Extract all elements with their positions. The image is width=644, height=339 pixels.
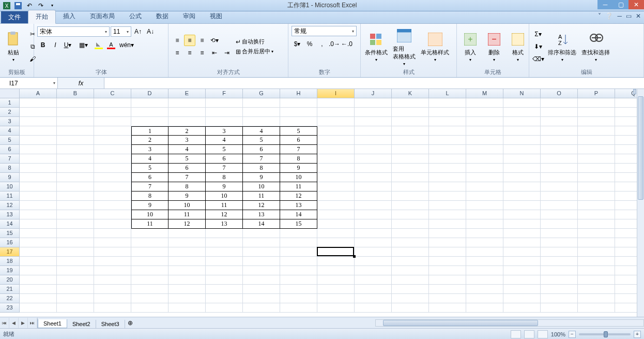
cell[interactable] xyxy=(243,98,280,108)
cell[interactable] xyxy=(317,126,355,136)
cell[interactable] xyxy=(392,164,429,173)
cell[interactable] xyxy=(168,303,206,313)
format-as-table-button[interactable]: 套用 表格格式▾ xyxy=(392,26,417,67)
new-sheet-button[interactable]: ⊕ xyxy=(125,319,135,327)
cell[interactable] xyxy=(578,126,615,136)
doc-restore-icon[interactable]: ▭ xyxy=(626,12,632,20)
cell[interactable] xyxy=(94,154,131,164)
cell[interactable] xyxy=(392,210,429,219)
cell[interactable] xyxy=(392,117,429,126)
cell[interactable] xyxy=(578,108,615,117)
row-header[interactable]: 6 xyxy=(0,145,20,154)
column-header[interactable]: C xyxy=(94,89,131,98)
cell[interactable]: 3 xyxy=(168,136,206,145)
cell[interactable] xyxy=(317,108,355,117)
decrease-indent-button[interactable]: ⇤ xyxy=(209,47,220,58)
decrease-decimal-button[interactable]: ←.0 xyxy=(341,38,352,50)
cell[interactable] xyxy=(392,98,429,108)
cell[interactable] xyxy=(541,154,578,164)
cell[interactable] xyxy=(429,303,466,313)
cell[interactable] xyxy=(168,247,206,257)
cell[interactable] xyxy=(392,126,429,136)
cell[interactable] xyxy=(466,210,503,219)
cell[interactable]: 13 xyxy=(243,210,280,219)
cell[interactable] xyxy=(429,108,466,117)
cell[interactable] xyxy=(131,229,168,238)
cell[interactable]: 6 xyxy=(243,145,280,154)
cell[interactable]: 8 xyxy=(280,154,317,164)
cell[interactable] xyxy=(541,275,578,285)
row-header[interactable]: 20 xyxy=(0,275,20,285)
cell[interactable] xyxy=(131,108,168,117)
cell[interactable] xyxy=(243,238,280,247)
cell[interactable]: 11 xyxy=(131,219,168,229)
cell[interactable] xyxy=(57,219,94,229)
cell[interactable] xyxy=(206,266,243,275)
cell[interactable] xyxy=(541,247,578,257)
name-box[interactable]: I17 ▾ xyxy=(0,78,58,89)
cell[interactable] xyxy=(20,126,57,136)
cell[interactable] xyxy=(541,229,578,238)
normal-view-button[interactable] xyxy=(511,330,521,338)
cell[interactable] xyxy=(206,257,243,266)
cell[interactable]: 5 xyxy=(131,164,168,173)
currency-button[interactable]: $▾ xyxy=(292,38,303,50)
underline-button[interactable]: U▾ xyxy=(62,39,73,51)
cell[interactable] xyxy=(206,247,243,257)
cell[interactable] xyxy=(355,126,392,136)
cell[interactable]: 6 xyxy=(131,173,168,182)
cell[interactable] xyxy=(355,229,392,238)
cell[interactable] xyxy=(541,303,578,313)
cell[interactable] xyxy=(280,98,317,108)
cell[interactable] xyxy=(243,266,280,275)
cell[interactable] xyxy=(94,201,131,210)
percent-button[interactable]: % xyxy=(304,38,315,50)
cell[interactable] xyxy=(466,191,503,201)
cell[interactable] xyxy=(541,98,578,108)
cell[interactable] xyxy=(131,98,168,108)
cell[interactable] xyxy=(392,145,429,154)
cell[interactable] xyxy=(20,275,57,285)
cell[interactable] xyxy=(466,201,503,210)
page-break-view-button[interactable] xyxy=(538,330,548,338)
ribbon-tab[interactable]: 页面布局 xyxy=(83,10,122,23)
cell[interactable] xyxy=(466,164,503,173)
cell[interactable] xyxy=(20,238,57,247)
cell[interactable] xyxy=(57,294,94,303)
cell[interactable] xyxy=(20,266,57,275)
bold-button[interactable]: B xyxy=(37,39,49,51)
maximize-button[interactable]: ▢ xyxy=(613,0,628,9)
cell[interactable] xyxy=(466,108,503,117)
cell[interactable] xyxy=(392,257,429,266)
cell[interactable] xyxy=(20,247,57,257)
cell[interactable] xyxy=(57,136,94,145)
doc-close-icon[interactable]: ✕ xyxy=(636,12,641,20)
cell[interactable] xyxy=(355,117,392,126)
formula-input[interactable] xyxy=(104,78,644,89)
cell[interactable]: 11 xyxy=(280,182,317,191)
cell[interactable]: 5 xyxy=(280,126,317,136)
row-header[interactable]: 1 xyxy=(0,98,20,108)
font-name-combo[interactable]: 宋体▾ xyxy=(37,26,110,37)
row-header[interactable]: 18 xyxy=(0,257,20,266)
cell[interactable]: 12 xyxy=(280,191,317,201)
cell[interactable] xyxy=(503,257,541,266)
cell[interactable] xyxy=(429,201,466,210)
cell[interactable] xyxy=(503,126,541,136)
cell[interactable] xyxy=(206,108,243,117)
cell[interactable] xyxy=(317,294,355,303)
cell[interactable] xyxy=(317,182,355,191)
cell[interactable] xyxy=(317,210,355,219)
cell[interactable] xyxy=(466,285,503,294)
cell[interactable]: 9 xyxy=(168,191,206,201)
cell[interactable] xyxy=(429,210,466,219)
cell[interactable] xyxy=(243,247,280,257)
cell[interactable] xyxy=(168,275,206,285)
cell[interactable] xyxy=(541,164,578,173)
cell[interactable] xyxy=(578,285,615,294)
cell[interactable] xyxy=(355,266,392,275)
cell[interactable] xyxy=(578,117,615,126)
cell[interactable] xyxy=(57,303,94,313)
cell[interactable] xyxy=(578,191,615,201)
file-tab[interactable]: 文件 xyxy=(1,11,28,23)
